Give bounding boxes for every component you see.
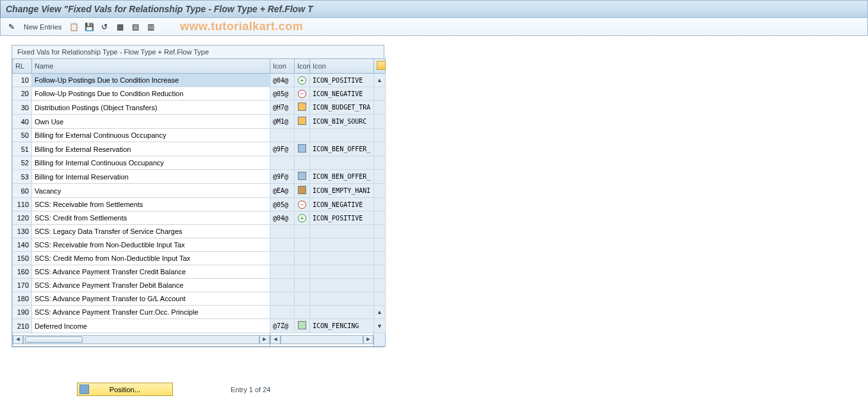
- square-icon: [298, 103, 306, 111]
- cell-name[interactable]: SCS: Legacy Data Transfer of Service Cha…: [32, 225, 270, 238]
- cell-name[interactable]: SCS: Advance Payment Transfer Curr.Occ. …: [32, 306, 270, 319]
- vscroll-cell[interactable]: [374, 265, 386, 279]
- table-row[interactable]: 120SCS: Credit from Settlements@04@+ICON…: [13, 211, 386, 225]
- table-header-row: RL Name Icon Icon Icon: [13, 59, 386, 74]
- vscroll-cell[interactable]: [374, 238, 386, 252]
- vscroll-cell[interactable]: [374, 292, 386, 306]
- vscroll-cell[interactable]: ▼: [374, 319, 386, 333]
- table-row[interactable]: 10Follow-Up Postings Due to Condition In…: [13, 74, 386, 87]
- cell-name[interactable]: Follow-Up Postings Due to Condition Incr…: [32, 74, 270, 87]
- col-header-icon-name[interactable]: Icon: [310, 59, 374, 74]
- col-header-name[interactable]: Name: [32, 59, 270, 74]
- toggle-display-change-icon[interactable]: ✎: [6, 21, 17, 33]
- table-row[interactable]: 50Billing for External Continuous Occupa…: [13, 129, 386, 142]
- cell-icon-code: [270, 252, 295, 265]
- vscroll-cell[interactable]: [374, 252, 386, 265]
- hscroll-right-arrow-icon[interactable]: ►: [259, 335, 270, 344]
- table-row[interactable]: 140SCS: Receivable from Non-Deductible I…: [13, 238, 386, 252]
- table-row[interactable]: 160SCS: Advance Payment Transfer Credit …: [13, 265, 386, 279]
- cell-name[interactable]: SCS: Credit Memo from Non-Deductible Inp…: [32, 252, 270, 265]
- cell-rl: 52: [13, 156, 32, 170]
- table-row[interactable]: 130SCS: Legacy Data Transfer of Service …: [13, 225, 386, 238]
- vscroll-cell[interactable]: [374, 225, 386, 238]
- table-row[interactable]: 53Billing for Internal Reservation@9F@IC…: [13, 170, 386, 184]
- table-row[interactable]: 110SCS: Receivable from Settlements@05@−…: [13, 198, 386, 211]
- cell-icon-code: [270, 292, 295, 306]
- col-header-icon-img[interactable]: Icon: [295, 59, 310, 74]
- cell-name[interactable]: Deferred Income: [32, 319, 270, 333]
- table-row[interactable]: 150SCS: Credit Memo from Non-Deductible …: [13, 252, 386, 265]
- col-header-config[interactable]: [374, 59, 386, 74]
- cell-name[interactable]: Billing for External Continuous Occupanc…: [32, 129, 270, 142]
- table-row[interactable]: 210Deferred Income@7Z@ICON_FENCING▼: [13, 319, 386, 333]
- table-row[interactable]: 60Vacancy@EA@ICON_EMPTY_HANI: [13, 184, 386, 198]
- undo-icon[interactable]: ↺: [99, 21, 110, 33]
- cell-icon-name: ICON_BEN_OFFER_: [310, 142, 374, 156]
- cell-name[interactable]: SCS: Advance Payment Transfer to G/L Acc…: [32, 292, 270, 306]
- cell-icon-img: [295, 252, 310, 265]
- vscroll-cell[interactable]: ▲: [374, 306, 386, 319]
- cell-rl: 10: [13, 74, 32, 87]
- save-icon[interactable]: 💾: [83, 21, 95, 33]
- select-block-icon[interactable]: ▤: [129, 21, 141, 33]
- cell-icon-name: [310, 279, 374, 292]
- deselect-all-icon[interactable]: ▥: [145, 21, 156, 33]
- fixed-vals-table[interactable]: RL Name Icon Icon Icon 10Follow-Up Posti…: [12, 58, 386, 347]
- cell-name[interactable]: Follow-Up Postings Due to Condition Redu…: [32, 87, 270, 101]
- table-row[interactable]: 40Own Use@M1@ICON_BIW_SOURC: [13, 115, 386, 129]
- vscroll-cell[interactable]: [374, 184, 386, 198]
- table-row[interactable]: 52Billing for Internal Continuous Occupa…: [13, 156, 386, 170]
- vscroll-cell[interactable]: [374, 211, 386, 225]
- vscroll-cell[interactable]: [374, 129, 386, 142]
- cell-name[interactable]: Distribution Postings (Object Transfers): [32, 101, 270, 115]
- hscroll-track[interactable]: [23, 335, 259, 344]
- hscroll-left-arrow-icon[interactable]: ◄: [13, 335, 23, 344]
- cell-name[interactable]: Vacancy: [32, 184, 270, 198]
- cell-icon-name: ICON_NEGATIVE: [310, 87, 374, 101]
- cell-name[interactable]: SCS: Receivable from Settlements: [32, 198, 270, 211]
- table-row[interactable]: 51Billing for External Reservation@9F@IC…: [13, 142, 386, 156]
- vscroll-cell[interactable]: [374, 198, 386, 211]
- select-all-icon[interactable]: ▦: [114, 21, 126, 33]
- cell-name[interactable]: SCS: Advance Payment Transfer Credit Bal…: [32, 265, 270, 279]
- position-button[interactable]: Position...: [77, 383, 173, 396]
- configure-columns-icon[interactable]: [377, 61, 386, 70]
- table-row[interactable]: 20Follow-Up Postings Due to Condition Re…: [13, 87, 386, 101]
- vscroll-cell[interactable]: [374, 115, 386, 129]
- hscroll2-right-arrow-icon[interactable]: ►: [363, 335, 373, 344]
- vscroll-up-arrow-icon[interactable]: ▲: [377, 77, 382, 83]
- vscroll-cell[interactable]: [374, 87, 386, 101]
- col-header-rl[interactable]: RL: [13, 59, 32, 74]
- copy-as-icon[interactable]: 📋: [68, 21, 79, 33]
- horizontal-scrollbar[interactable]: ◄ ► ◄ ►: [13, 333, 386, 347]
- new-entries-button[interactable]: New Entries: [21, 23, 64, 31]
- vscroll-up-hint-icon[interactable]: ▲: [377, 309, 382, 315]
- cell-name[interactable]: SCS: Advance Payment Transfer Debit Bala…: [32, 279, 270, 292]
- cell-name[interactable]: SCS: Receivable from Non-Deductible Inpu…: [32, 238, 270, 252]
- cell-name[interactable]: Own Use: [32, 115, 270, 129]
- table-row[interactable]: 30Distribution Postings (Object Transfer…: [13, 101, 386, 115]
- cell-name[interactable]: SCS: Credit from Settlements: [32, 211, 270, 225]
- vscroll-down-arrow-icon[interactable]: ▼: [377, 323, 382, 329]
- table-row[interactable]: 190SCS: Advance Payment Transfer Curr.Oc…: [13, 306, 386, 319]
- window-title: Change View "Fixed Vals for Relationship…: [6, 4, 313, 14]
- cell-name[interactable]: Billing for External Reservation: [32, 142, 270, 156]
- col-header-icon-code[interactable]: Icon: [270, 59, 295, 74]
- vscroll-cell[interactable]: ▲: [374, 74, 386, 87]
- table-row[interactable]: 170SCS: Advance Payment Transfer Debit B…: [13, 279, 386, 292]
- cell-icon-code: @04@: [270, 74, 295, 87]
- vscroll-cell[interactable]: [374, 142, 386, 156]
- vscroll-cell[interactable]: [374, 279, 386, 292]
- offer-icon: [298, 144, 306, 153]
- cell-icon-code: @05@: [270, 87, 295, 101]
- table-row[interactable]: 180SCS: Advance Payment Transfer to G/L …: [13, 292, 386, 306]
- vscroll-cell[interactable]: [374, 156, 386, 170]
- hscroll-thumb[interactable]: [25, 336, 83, 343]
- hscroll2-track[interactable]: [281, 335, 363, 344]
- cell-name[interactable]: Billing for Internal Continuous Occupanc…: [32, 156, 270, 170]
- hscroll2-left-arrow-icon[interactable]: ◄: [270, 335, 281, 344]
- cell-name[interactable]: Billing for Internal Reservation: [32, 170, 270, 184]
- vscroll-cell[interactable]: [374, 101, 386, 115]
- vscroll-cell[interactable]: [374, 170, 386, 184]
- positive-icon: +: [298, 214, 306, 222]
